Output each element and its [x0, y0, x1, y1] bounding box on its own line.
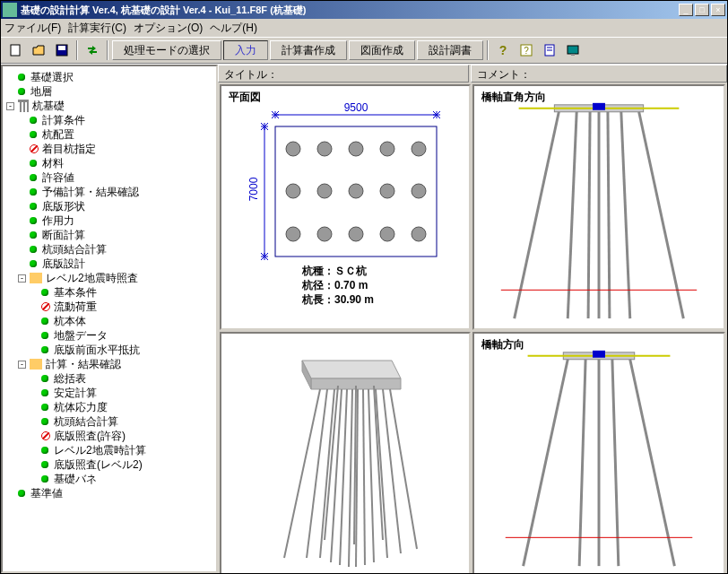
tab-calc-sheet[interactable]: 計算書作成	[270, 40, 347, 60]
tree-item-label: 断面計算	[42, 228, 85, 243]
page-icon[interactable]	[539, 39, 560, 61]
tree-item[interactable]: 底版形状	[6, 199, 212, 213]
tree-item[interactable]: 予備計算・結果確認	[6, 185, 212, 199]
tab-design-report[interactable]: 設計調書	[417, 40, 483, 60]
axis-title: 橋軸方向	[481, 337, 524, 352]
status-prohibit-icon	[30, 144, 39, 153]
svg-line-51	[349, 389, 352, 567]
tree-item-label: 底版照査(許容)	[54, 429, 126, 444]
tree-item-label: 杭頭結合計算	[42, 242, 107, 257]
mode-select-button[interactable]: 処理モードの選択	[112, 40, 221, 60]
right-panel: タイトル： コメント： 平面図 9500 7000	[218, 65, 727, 573]
folder-icon	[30, 359, 42, 370]
tree-item-label: 流動荷重	[54, 300, 97, 315]
tree-item[interactable]: 基礎選択	[6, 70, 212, 84]
svg-point-22	[380, 184, 394, 198]
tree-item[interactable]: 安定計算	[6, 386, 212, 400]
open-file-icon[interactable]	[28, 39, 49, 61]
tree-toggle-icon[interactable]: -	[6, 102, 14, 110]
tree-item[interactable]: -計算・結果確認	[6, 357, 212, 371]
tree-item[interactable]: 杭配置	[6, 127, 212, 142]
tab-input[interactable]: 入力	[223, 40, 268, 60]
tree-item-label: 基準値	[30, 486, 63, 501]
tree-item-label: 地層	[30, 84, 52, 100]
tree-item[interactable]: 杭本体	[6, 314, 212, 328]
tree-item[interactable]: 底版設計	[6, 257, 212, 271]
pile-icon	[18, 100, 29, 112]
tree-item[interactable]: 着目杭指定	[6, 142, 212, 156]
menu-calc[interactable]: 計算実行(C)	[68, 21, 126, 36]
menu-file[interactable]: ファイル(F)	[4, 21, 61, 36]
minimize-button[interactable]: _	[679, 4, 693, 16]
tree-item[interactable]: 許容値	[6, 170, 212, 185]
app-window: 基礎の設計計算 Ver.4, 杭基礎の設計 Ver.4 - Kui_11.F8F…	[0, 0, 728, 574]
tree-toggle-icon[interactable]: -	[18, 361, 26, 369]
status-green-icon	[41, 289, 48, 296]
svg-line-47	[307, 389, 327, 558]
tree-item[interactable]: 底版照査(レベル2)	[6, 457, 212, 472]
tree-item[interactable]: 作用力	[6, 213, 212, 228]
svg-line-39	[621, 112, 630, 318]
svg-line-50	[340, 389, 347, 565]
tree-panel[interactable]: 基礎選択地層-杭基礎計算条件杭配置着目杭指定材料許容値予備計算・結果確認底版形状…	[1, 65, 218, 573]
tree-item[interactable]: -杭基礎	[6, 99, 212, 113]
status-green-icon	[30, 231, 37, 239]
svg-point-26	[349, 227, 363, 241]
tree-item[interactable]: 基準値	[6, 486, 212, 500]
svg-line-40	[639, 112, 684, 318]
svg-rect-0	[11, 45, 20, 56]
svg-marker-43	[302, 361, 401, 378]
close-button[interactable]: ×	[711, 4, 725, 16]
tree-item[interactable]: 地盤データ	[6, 328, 212, 343]
tree-item-label: 材料	[42, 156, 64, 171]
info-icon[interactable]: ?	[516, 39, 537, 61]
svg-point-18	[412, 142, 426, 156]
tree-toggle-icon[interactable]: -	[18, 274, 26, 283]
tree-item[interactable]: 断面計算	[6, 228, 212, 242]
tree-item-label: レベル2地震時照査	[46, 271, 138, 286]
tree-item[interactable]: 地層	[6, 84, 212, 99]
save-icon[interactable]	[51, 39, 73, 61]
status-green-icon	[30, 117, 37, 124]
tree-item[interactable]: 杭頭結合計算	[6, 414, 212, 429]
maximize-button[interactable]: □	[695, 4, 709, 16]
toolbar: 処理モードの選択 入力 計算書作成 図面作成 設計調書 ? ?	[1, 37, 727, 64]
help-icon[interactable]: ?	[492, 39, 514, 61]
svg-line-53	[363, 389, 365, 565]
cross-axis-title: 橋軸直角方向	[481, 90, 546, 105]
new-file-icon[interactable]	[4, 39, 26, 61]
status-green-icon	[41, 475, 48, 483]
tree-item-label: 作用力	[42, 213, 74, 229]
tree-item[interactable]: レベル2地震時計算	[6, 443, 212, 457]
tree-item[interactable]: 杭頭結合計算	[6, 242, 212, 257]
menu-option[interactable]: オプション(O)	[134, 21, 203, 36]
tree-item-label: 基礎バネ	[54, 472, 97, 487]
tree-item[interactable]: 底版照査(許容)	[6, 429, 212, 443]
tree-item-label: 許容値	[42, 170, 74, 186]
tree-item[interactable]: 杭体応力度	[6, 400, 212, 414]
tree-item-label: 地盤データ	[54, 328, 108, 344]
tree-item-label: 杭基礎	[32, 99, 65, 114]
tree-item[interactable]: 基礎バネ	[6, 472, 212, 486]
svg-rect-2	[58, 46, 65, 50]
tree-item[interactable]: 計算条件	[6, 113, 212, 127]
status-green-icon	[41, 447, 48, 454]
tree-item[interactable]: 総括表	[6, 371, 212, 386]
svg-point-25	[317, 227, 332, 241]
status-green-icon	[30, 260, 37, 267]
plan-view: 平面図 9500 7000	[220, 84, 471, 330]
tree-item[interactable]: 底版前面水平抵抗	[6, 343, 212, 357]
tree-item[interactable]: -レベル2地震時照査	[6, 271, 212, 285]
svg-point-19	[286, 184, 300, 198]
status-prohibit-icon	[41, 431, 50, 440]
tab-drawing[interactable]: 図面作成	[349, 40, 415, 60]
tree-item-label: 杭本体	[54, 314, 86, 329]
tree-item-label: 計算・結果確認	[46, 357, 121, 372]
convert-icon[interactable]	[82, 39, 103, 61]
monitor-icon[interactable]	[562, 39, 584, 61]
tree-item[interactable]: 材料	[6, 156, 212, 170]
tree-item[interactable]: 基本条件	[6, 285, 212, 300]
tree-item[interactable]: 流動荷重	[6, 300, 212, 314]
status-green-icon	[41, 317, 48, 325]
menu-help[interactable]: ヘルプ(H)	[210, 21, 257, 36]
